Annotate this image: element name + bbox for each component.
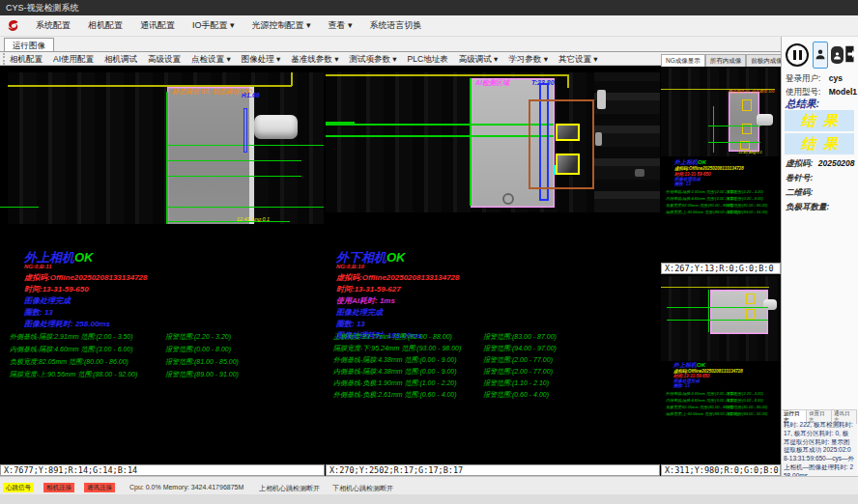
- vcode-label: 虚拟码:: [786, 158, 813, 168]
- yellow-guide-line: [567, 74, 569, 88]
- green-measure-line: [166, 160, 301, 161]
- measurement-value: 外侧基线-隔膜:4.38mm 范围:(0.00 - 9.00): [333, 355, 457, 365]
- green-measure-line: [708, 142, 760, 143]
- upper-camera-image[interactable]: R1.66 静态阈值:93, 动态阈值:100 12.41 Ang:0.1: [8, 72, 324, 224]
- measurement-value: 内侧基线-隔膜:4.60mm 范围:(3.00 - 6.00): [10, 345, 133, 354]
- toolbar-grip[interactable]: [3, 53, 8, 65]
- thumb-turns: 圈数: 13: [674, 182, 691, 186]
- thumb-tab-strip: NG成像显示 所有内成像 前极内成像: [661, 54, 787, 67]
- thumb-turns: 圈数: 13: [673, 383, 690, 388]
- lower-camera-image[interactable]: AI检测区域 T:23.80: [326, 72, 660, 212]
- tab-roi-box-mini: [742, 99, 752, 111]
- menu-item-view[interactable]: 查看 ▾: [327, 17, 355, 34]
- upper-coords-bar: X:7677;Y:891;R:14;G:14;B:14: [0, 464, 325, 476]
- comm-link-indicator: 通讯连接: [84, 483, 115, 492]
- alarm-range-mini: 报警范围:(0.00 - 8.00): [726, 196, 763, 201]
- exit-button[interactable]: [844, 42, 858, 68]
- needle-label: 卷针号:: [786, 173, 813, 184]
- alarm-range: 报警范围:(0.60 - 4.00): [483, 390, 549, 400]
- upper-barcode: 虚拟码:Offline20250208133134728: [24, 272, 148, 283]
- tab-roi-box-mini: [746, 309, 755, 320]
- measurement-value: 隔膜宽度-下:95.24mm 范围:(93.00 - 98.00): [333, 344, 461, 353]
- upper-turns: 圈数: 13: [24, 307, 53, 318]
- log-text: 耗时: 222, 极耳检测耗时: 17, 极耳分区耗时: 0, 极耳提取分区耗时…: [784, 421, 854, 480]
- toolbar-item-test-params[interactable]: 测试项参数 ▾: [349, 54, 396, 66]
- tab-roi-box-mini: [746, 294, 755, 304]
- user-gear-icon: [831, 46, 844, 64]
- tab-run-image[interactable]: 运行图像: [4, 38, 54, 52]
- alarm-range: 报警范围:(0.00 - 8.00): [165, 345, 231, 354]
- tab-all-inner-image[interactable]: 所有内成像: [705, 54, 747, 67]
- toolbar-item-ai-usage-config[interactable]: AI使用配置: [53, 54, 94, 66]
- switch-user-button[interactable]: [830, 44, 844, 66]
- thumb-top-coords-bar: X:267;Y:13;R:0;G:0;B:0: [661, 263, 781, 274]
- tab-strip-divider: [0, 51, 781, 52]
- green-measure-line: [708, 126, 760, 126]
- thumb-camera-result: OK: [698, 159, 706, 165]
- machinery-highlight: [595, 132, 602, 146]
- model-label: 使用型号:: [786, 87, 820, 97]
- alarm-range: 报警范围:(94.00 - 97.00): [483, 344, 557, 353]
- toolbar-item-image-processing[interactable]: 图像处理 ▾: [242, 54, 281, 66]
- bright-edge-strip: [249, 87, 254, 224]
- thumb-camera-title: 外上相机: [674, 159, 698, 165]
- tab-white-blob-mini: [757, 114, 773, 126]
- camera-link-indicator: 相机连接: [43, 483, 74, 492]
- alarm-range-mini: 报警范围:(89.00 - 91.00): [726, 411, 767, 416]
- upper-done: 图像处理完成: [24, 295, 71, 306]
- login-user-button[interactable]: [813, 42, 828, 69]
- thumb-camera-result: OK: [697, 362, 705, 368]
- machinery-highlight: [597, 90, 606, 109]
- toolbar: 相机配置 AI使用配置 相机调试 高级设置 点检设置 ▾ 图像处理 ▾ 基准线参…: [10, 53, 647, 66]
- menu-bar: 系统配置 相机配置 通讯配置 IO手配置 ▾ 光源控制配置 ▾ 查看 ▾ 系统语…: [0, 15, 858, 37]
- green-measure-line: [166, 176, 301, 177]
- qrcode-label: 二维码:: [786, 187, 813, 199]
- toolbar-item-advanced-settings[interactable]: 高级设置: [148, 54, 181, 66]
- vcode-row: 虚拟码: 20250208: [786, 158, 855, 170]
- lower-time: 时间:13-31-59-627: [336, 284, 401, 294]
- toolbar-item-spot-check[interactable]: 点检设置 ▾: [191, 54, 231, 66]
- secondary-thumbnail-view[interactable]: 外上相机OK 虚拟码:Offline20250208133134728 时间:1…: [661, 276, 781, 462]
- lower-turns: 圈数: 13: [336, 319, 365, 329]
- alarm-range: 报警范围:(81.00 - 85.00): [165, 357, 239, 367]
- menu-item-io-config[interactable]: IO手配置 ▾: [190, 17, 237, 34]
- menu-item-comm-config[interactable]: 通讯配置: [138, 17, 177, 34]
- lower-camera-title: 外下相机: [336, 250, 386, 265]
- lower-done: 图像处理完成: [336, 307, 383, 318]
- green-baseline: [166, 92, 168, 224]
- exit-door-icon: [844, 43, 858, 68]
- machine-roller-circle: [502, 193, 514, 205]
- toolbar-item-plc-address-table[interactable]: PLC地址表: [408, 54, 448, 66]
- model-value: Model1: [829, 87, 857, 97]
- alarm-range: 报警范围:(1.10 - 2.10): [483, 378, 549, 388]
- toolbar-item-camera-config[interactable]: 相机配置: [10, 54, 43, 66]
- toolbar-item-camera-debug[interactable]: 相机调试: [104, 54, 137, 66]
- green-edge-line: [0, 207, 39, 208]
- tab-white-blob: [254, 115, 298, 139]
- green-baseline: [708, 290, 709, 332]
- menu-item-language-switch[interactable]: 系统语言切换: [368, 17, 424, 34]
- toolbar-item-learning-params[interactable]: 学习参数 ▾: [508, 54, 548, 66]
- pause-icon: [786, 43, 809, 67]
- alarm-range: 报警范围:(2.00 - 77.00): [483, 367, 553, 377]
- separator-region: [167, 87, 251, 224]
- upper-time: 时间:13-31-59-650: [24, 284, 89, 294]
- measurement-value-mini: 负极宽度:82.05mm 范围:(80.00 - 86.00): [666, 405, 733, 409]
- measurement-value: 正极宽度:83.77mm 范围:(82.00 - 88.00): [333, 332, 452, 342]
- tab-ng-image-display[interactable]: NG成像显示: [661, 54, 705, 67]
- yellow-guide-line: [291, 72, 293, 86]
- toolbar-item-other-settings[interactable]: 其它设置 ▾: [558, 54, 598, 66]
- menu-item-camera-config[interactable]: 相机配置: [86, 17, 125, 34]
- yellow-guide-line: [326, 74, 567, 76]
- toolbar-item-baseline-params[interactable]: 基准线参数 ▾: [291, 54, 338, 66]
- green-measure-line: [166, 221, 290, 222]
- measurement-value: 外侧基线-隔膜:2.91mm 范围:(2.00 - 3.50): [10, 332, 133, 342]
- login-user-value: cys: [829, 73, 843, 83]
- menu-item-system-config[interactable]: 系统配置: [34, 17, 72, 34]
- toolbar-item-advanced-debug[interactable]: 高级调试 ▾: [459, 54, 499, 66]
- lower-camera-result: OK: [386, 250, 406, 265]
- ng-thumbnail-view[interactable]: 静态阈值:93, 动态阈值:100 12.41 Ang:0.1 外上相机OK 虚…: [661, 68, 781, 261]
- alarm-range-mini: 报警范围:(81.00 - 85.00): [726, 203, 767, 208]
- menu-item-light-config[interactable]: 光源控制配置 ▾: [250, 17, 313, 34]
- pause-button[interactable]: [785, 42, 810, 68]
